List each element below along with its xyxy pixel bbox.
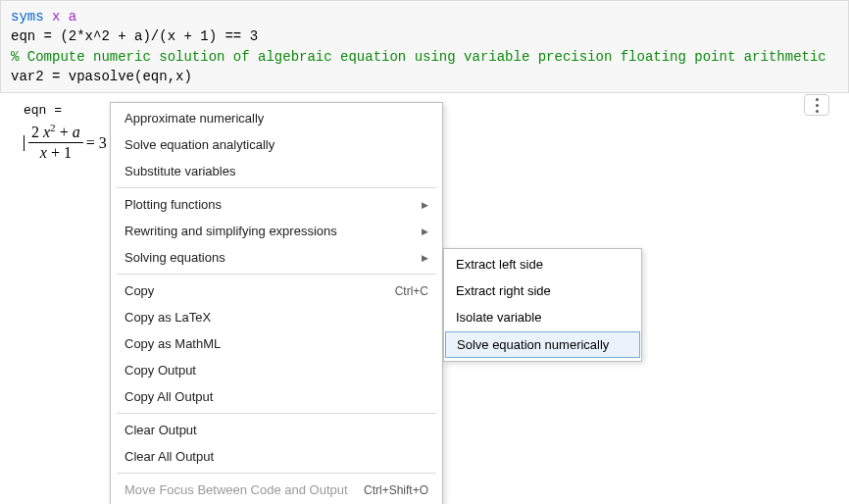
submenu-item-label: Extract left side [456,257,543,272]
menu-item-copy-mathml[interactable]: Copy as MathML [111,330,442,357]
fraction-numerator: 2 x2 + a [28,124,83,143]
menu-item-copy-all-output[interactable]: Copy All Output [111,383,442,410]
menu-item-copy-output[interactable]: Copy Output [111,357,442,383]
fraction-denominator: x + 1 [37,143,75,162]
menu-item-label: Solving equations [125,250,225,265]
symbol-a: a [69,9,76,25]
menu-item-label: Copy as LaTeX [125,310,211,325]
menu-item-copy[interactable]: Copy Ctrl+C [111,277,442,304]
menu-item-label: Clear Output [125,423,197,437]
submenu-item-extract-right[interactable]: Extract right side [444,277,641,304]
context-menu: Approximate numerically Solve equation a… [110,102,443,504]
menu-separator [117,187,436,188]
menu-separator [117,473,436,474]
symbol-x: x [52,9,60,25]
more-options-button[interactable] [804,94,829,116]
submenu-item-solve-numerically[interactable]: Solve equation numerically [445,331,640,358]
menu-item-approximate-numerically[interactable]: Approximate numerically [111,105,442,131]
menu-item-label: Copy [125,283,154,298]
text-cursor [24,135,25,151]
chevron-right-icon: ▶ [422,200,428,210]
keyword-syms: syms [11,9,44,25]
chevron-right-icon: ▶ [422,253,428,263]
submenu-item-label: Extract right side [456,283,551,298]
code-line-eqn: eqn = (2*x^2 + a)/(x + 1) == 3 [11,28,258,44]
menu-item-plotting-functions[interactable]: Plotting functions ▶ [111,191,442,218]
menu-item-label: Copy Output [125,363,196,378]
menu-item-label: Solve equation analytically [125,137,275,152]
menu-item-label: Plotting functions [125,197,222,212]
menu-item-solve-analytically[interactable]: Solve equation analytically [111,131,442,158]
menu-shortcut: Ctrl+C [385,284,428,298]
menu-item-label: Clear All Output [125,449,214,464]
menu-item-clear-all-output[interactable]: Clear All Output [111,443,442,470]
menu-item-label: Copy All Output [125,389,213,404]
fraction: 2 x2 + a x + 1 [28,124,83,162]
submenu-item-isolate-variable[interactable]: Isolate variable [444,304,641,330]
submenu-item-label: Solve equation numerically [457,337,609,352]
menu-shortcut: Ctrl+Shift+O [354,483,428,497]
menu-item-copy-latex[interactable]: Copy as LaTeX [111,304,442,330]
chevron-right-icon: ▶ [422,227,428,236]
submenu-solving-equations: Extract left side Extract right side Iso… [443,248,642,362]
code-comment: % Compute numeric solution of algebraic … [11,49,826,65]
menu-separator [117,413,436,414]
menu-item-solving-equations[interactable]: Solving equations ▶ [111,244,442,271]
code-block[interactable]: syms x a eqn = (2*x^2 + a)/(x + 1) == 3 … [0,0,849,93]
menu-item-label: Substitute variables [125,164,235,178]
menu-separator [117,274,436,275]
dots-vertical-icon [816,98,819,113]
equation-rhs: = 3 [86,134,107,152]
menu-item-substitute-variables[interactable]: Substitute variables [111,158,442,184]
menu-item-move-focus: Move Focus Between Code and Output Ctrl+… [111,477,442,503]
submenu-item-extract-left[interactable]: Extract left side [444,251,641,277]
menu-item-label: Approximate numerically [125,111,264,126]
submenu-item-label: Isolate variable [456,310,541,325]
code-line-vpasolve: var2 = vpasolve(eqn,x) [11,69,192,84]
menu-item-label: Rewriting and simplifying expressions [125,224,337,238]
menu-item-label: Move Focus Between Code and Output [125,482,348,497]
menu-item-rewriting-simplifying[interactable]: Rewriting and simplifying expressions ▶ [111,218,442,244]
menu-item-label: Copy as MathML [125,336,221,351]
menu-item-clear-output[interactable]: Clear Output [111,417,442,443]
